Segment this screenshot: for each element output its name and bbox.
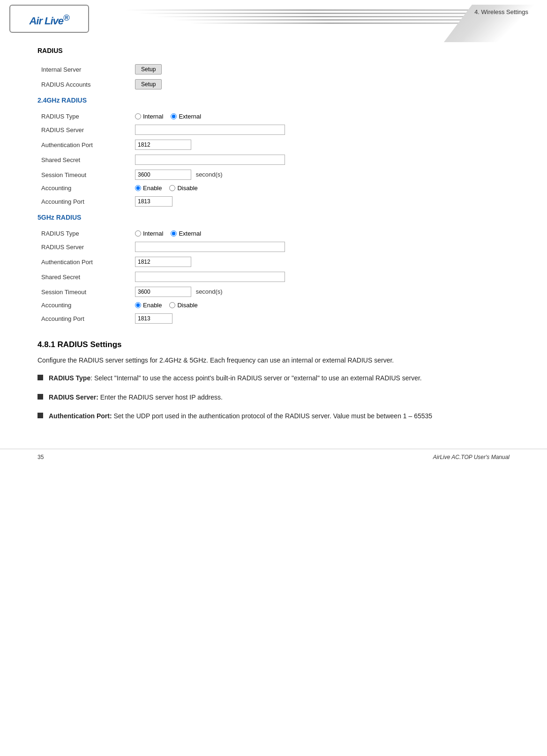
radius-accounts-setup-btn[interactable]: Setup	[135, 79, 162, 89]
logo-area: Air Live®	[9, 5, 103, 33]
24ghz-type-external[interactable]: External	[171, 113, 201, 120]
5ghz-type-external-label: External	[179, 230, 201, 237]
5ghz-type-radio-group: Internal External	[135, 230, 506, 237]
24ghz-accounting-label: Accounting	[37, 182, 131, 194]
radius-5ghz-title: 5GHz RADIUS	[37, 214, 510, 221]
5ghz-type-external[interactable]: External	[171, 230, 201, 237]
24ghz-server-label: RADIUS Server	[37, 122, 131, 137]
internal-server-control: Setup	[131, 62, 510, 77]
bullet-separator-0: :	[90, 374, 94, 382]
5ghz-accounting-label: Accounting	[37, 299, 131, 311]
internal-server-setup-btn[interactable]: Setup	[135, 64, 162, 74]
24ghz-accounting-enable-radio[interactable]	[135, 185, 141, 191]
radius-24ghz-table: RADIUS Type Internal External	[37, 111, 510, 209]
radius-main-table: Internal Server Setup RADIUS Accounts Se…	[37, 62, 510, 92]
24ghz-type-control: Internal External	[131, 111, 510, 122]
5ghz-server-row: RADIUS Server	[37, 239, 510, 254]
5ghz-type-internal[interactable]: Internal	[135, 230, 163, 237]
5ghz-type-label: RADIUS Type	[37, 228, 131, 239]
bullet-detail-1: Enter the RADIUS server host IP address.	[100, 393, 223, 401]
5ghz-type-control: Internal External	[131, 228, 510, 239]
5ghz-auth-port-label: Authentication Port	[37, 254, 131, 269]
5ghz-accounting-port-input[interactable]	[135, 313, 172, 324]
24ghz-type-external-label: External	[179, 113, 201, 120]
24ghz-accounting-port-input[interactable]	[135, 196, 172, 207]
bullet-term-1: RADIUS Server:	[49, 393, 98, 401]
5ghz-auth-port-input[interactable]	[135, 257, 191, 267]
24ghz-accounting-radio-group: Enable Disable	[135, 185, 506, 192]
24ghz-type-internal-label: Internal	[143, 113, 163, 120]
24ghz-server-input[interactable]	[135, 125, 285, 135]
24ghz-server-row: RADIUS Server	[37, 122, 510, 137]
24ghz-accounting-enable[interactable]: Enable	[135, 185, 162, 192]
5ghz-accounting-disable-label: Disable	[177, 302, 197, 309]
5ghz-type-internal-label: Internal	[143, 230, 163, 237]
5ghz-accounting-port-label: Accounting Port	[37, 311, 131, 326]
5ghz-accounting-port-control	[131, 311, 510, 326]
5ghz-accounting-row: Accounting Enable Disable	[37, 299, 510, 311]
24ghz-session-timeout-label: Session Timeout	[37, 167, 131, 182]
5ghz-accounting-disable[interactable]: Disable	[169, 302, 197, 309]
bullet-detail-2: Set the UDP port used in the authenticat…	[113, 412, 432, 420]
5ghz-shared-secret-row: Shared Secret	[37, 269, 510, 284]
5ghz-shared-secret-control	[131, 269, 510, 284]
24ghz-type-external-radio[interactable]	[171, 113, 177, 119]
5ghz-session-timeout-input[interactable]	[135, 287, 191, 297]
bullet-item-0: RADIUS Type: Select "Internal" to use th…	[37, 373, 510, 383]
description-section: 4.8.1 RADIUS Settings Configure the RADI…	[37, 340, 510, 422]
5ghz-type-internal-radio[interactable]	[135, 230, 141, 237]
page-footer: 35 AirLive AC.TOP User's Manual	[0, 449, 547, 465]
desc-intro: Configure the RADIUS server settings for…	[37, 355, 510, 365]
24ghz-type-label: RADIUS Type	[37, 111, 131, 122]
5ghz-accounting-disable-radio[interactable]	[169, 302, 175, 308]
24ghz-auth-port-row: Authentication Port	[37, 137, 510, 152]
5ghz-accounting-radio-group: Enable Disable	[135, 302, 506, 309]
bullet-term-2: Authentication Port:	[49, 412, 112, 420]
5ghz-session-timeout-label: Session Timeout	[37, 284, 131, 299]
bullet-term-0: RADIUS Type	[49, 374, 90, 382]
bullet-text-0: RADIUS Type: Select "Internal" to use th…	[49, 373, 422, 383]
radius-5ghz-table: RADIUS Type Internal External	[37, 228, 510, 326]
5ghz-session-timeout-row: Session Timeout second(s)	[37, 284, 510, 299]
bullet-icon-0	[37, 375, 43, 380]
5ghz-server-label: RADIUS Server	[37, 239, 131, 254]
24ghz-server-control	[131, 122, 510, 137]
logo-text: Air Live®	[29, 15, 69, 27]
5ghz-auth-port-row: Authentication Port	[37, 254, 510, 269]
24ghz-shared-secret-input[interactable]	[135, 155, 285, 165]
24ghz-accounting-port-label: Accounting Port	[37, 194, 131, 209]
internal-server-row: Internal Server Setup	[37, 62, 510, 77]
24ghz-auth-port-input[interactable]	[135, 140, 191, 150]
5ghz-type-row: RADIUS Type Internal External	[37, 228, 510, 239]
24ghz-type-internal-radio[interactable]	[135, 113, 141, 119]
5ghz-server-input[interactable]	[135, 242, 285, 252]
bullet-icon-1	[37, 394, 43, 400]
5ghz-accounting-enable-radio[interactable]	[135, 302, 141, 308]
24ghz-session-timeout-unit: second(s)	[196, 171, 223, 178]
5ghz-accounting-enable-label: Enable	[143, 302, 162, 309]
bullet-detail-0: Select "Internal" to use the access poin…	[94, 374, 422, 382]
24ghz-shared-secret-control	[131, 152, 510, 167]
5ghz-accounting-enable[interactable]: Enable	[135, 302, 162, 309]
5ghz-auth-port-control	[131, 254, 510, 269]
radius-accounts-row: RADIUS Accounts Setup	[37, 77, 510, 92]
5ghz-shared-secret-input[interactable]	[135, 272, 285, 282]
footer-page-number: 35	[37, 454, 44, 460]
logo-box: Air Live®	[9, 5, 89, 33]
radius-accounts-control: Setup	[131, 77, 510, 92]
desc-heading: 4.8.1 RADIUS Settings	[37, 340, 510, 349]
24ghz-accounting-disable-radio[interactable]	[169, 185, 175, 191]
footer-manual-name: AirLive AC.TOP User's Manual	[433, 454, 510, 460]
24ghz-accounting-disable-label: Disable	[177, 185, 197, 192]
5ghz-type-external-radio[interactable]	[171, 230, 177, 237]
radius-accounts-label: RADIUS Accounts	[37, 77, 131, 92]
24ghz-shared-secret-row: Shared Secret	[37, 152, 510, 167]
bullet-item-1: RADIUS Server: Enter the RADIUS server h…	[37, 392, 510, 402]
24ghz-auth-port-control	[131, 137, 510, 152]
24ghz-session-timeout-input[interactable]	[135, 170, 191, 180]
bullet-text-1: RADIUS Server: Enter the RADIUS server h…	[49, 392, 223, 402]
24ghz-type-internal[interactable]: Internal	[135, 113, 163, 120]
24ghz-type-row: RADIUS Type Internal External	[37, 111, 510, 122]
24ghz-accounting-disable[interactable]: Disable	[169, 185, 197, 192]
internal-server-label: Internal Server	[37, 62, 131, 77]
